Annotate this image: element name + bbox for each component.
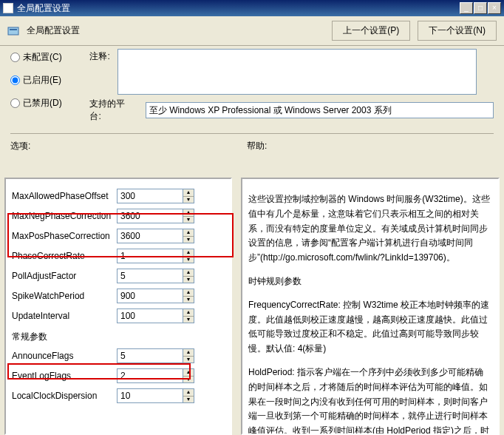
option-label: MaxNegPhaseCorrection [12,211,112,221]
toolbar-subtitle: 全局配置设置 [27,24,80,37]
help-text: FrequencyCorrectRate: 控制 W32time 校正本地时钟频… [248,298,492,357]
option-input[interactable] [117,388,183,403]
option-spinner-updateinterval[interactable]: ▲▼ [117,308,194,323]
spin-down-icon[interactable]: ▼ [183,397,194,403]
option-label: SpikeWatchPeriod [12,291,112,301]
comment-label: 注释: [89,50,109,95]
option-row: MaxNegPhaseCorrection ▲▼ [12,209,225,223]
option-label: AnnounceFlags [12,351,112,361]
gear-icon [7,25,21,37]
window-icon [3,3,13,13]
config-area: 未配置(C) 已启用(E) 已禁用(D) 注释: 支持的平台: 至少 Windo… [0,46,504,152]
option-spinner-maxnegphasecorrection[interactable]: ▲▼ [117,209,194,223]
spin-down-icon[interactable]: ▼ [183,197,194,203]
radio-not-configured-label: 未配置(C) [23,51,62,64]
svg-rect-1 [10,29,17,30]
spin-up-icon[interactable]: ▲ [183,389,194,397]
option-row: EventLogFlags ▲▼ [12,368,225,383]
toolbar: 全局配置设置 上一个设置(P) 下一个设置(N) [0,16,504,46]
option-row: UpdateInterval ▲▼ [12,308,225,323]
options-panel[interactable]: ... MaxAllowedPhaseOffset ▲▼ MaxNegPhase… [4,178,232,435]
close-button[interactable]: × [488,2,501,14]
option-row: AnnounceFlags ▲▼ [12,348,225,363]
spin-up-icon[interactable]: ▲ [183,209,194,217]
radio-disabled[interactable]: 已禁用(D) [10,97,72,109]
window-title: 全局配置设置 [17,2,460,15]
common-params-heading: 常规参数 [12,331,225,343]
option-row: LocalClockDispersion ▲▼ [12,388,225,403]
option-label: EventLogFlags [12,371,112,381]
spin-up-icon[interactable]: ▲ [183,309,194,317]
minimize-button[interactable]: _ [460,2,473,14]
spin-up-icon[interactable]: ▲ [183,349,194,357]
option-input[interactable] [117,249,183,263]
help-text: 时钟规则参数 [248,274,492,289]
option-spinner-localclockdispersion[interactable]: ▲▼ [117,388,194,403]
supported-platforms-box: 至少 Windows XP Professional 或 Windows Ser… [146,102,494,118]
option-spinner-announceflags[interactable]: ▲▼ [117,348,194,363]
spin-up-icon[interactable]: ▲ [183,189,194,197]
option-label: PollAdjustFactor [12,271,112,281]
titlebar: 全局配置设置 _ □ × [0,0,504,16]
help-panel[interactable]: 这些设置控制域控制器的 Windows 时间服务(W32time)。这些值中有几… [241,178,500,435]
option-label: LocalClockDispersion [12,391,112,401]
spin-up-icon[interactable]: ▲ [183,249,194,257]
option-input[interactable] [117,308,183,323]
option-label: PhaseCorrectRate [12,251,112,261]
option-label: MaxAllowedPhaseOffset [12,191,112,201]
svg-rect-0 [8,27,18,35]
spin-down-icon[interactable]: ▼ [183,357,194,363]
supported-platforms-text: 至少 Windows XP Professional 或 Windows Ser… [149,104,392,117]
spin-up-icon[interactable]: ▲ [183,229,194,237]
radio-not-configured[interactable]: 未配置(C) [10,51,72,64]
option-input[interactable] [117,368,183,383]
spin-up-icon[interactable]: ▲ [183,289,194,297]
spin-down-icon[interactable]: ▼ [183,237,194,243]
previous-setting-button[interactable]: 上一个设置(P) [332,21,410,41]
options-heading: 选项: [10,141,30,151]
supported-label: 支持的平台: [89,98,134,123]
help-text: 这些设置控制域控制器的 Windows 时间服务(W32time)。这些值中有几… [248,192,492,266]
option-spinner-phasecorrectrate[interactable]: ▲▼ [117,249,194,263]
option-input[interactable] [117,209,183,223]
option-spinner-spikewatchperiod[interactable]: ▲▼ [117,289,194,303]
radio-enabled-label: 已启用(E) [23,74,61,87]
separator [10,133,494,134]
spin-down-icon[interactable]: ▼ [183,297,194,303]
help-heading: 帮助: [247,141,267,151]
radio-disabled-label: 已禁用(D) [23,97,62,109]
option-row: PollAdjustFactor ▲▼ [12,269,225,283]
option-input[interactable] [117,229,183,243]
option-row: MaxAllowedPhaseOffset ▲▼ [12,189,225,203]
next-setting-button[interactable]: 下一个设置(N) [418,21,497,41]
option-spinner-maxallowedphaseoffset[interactable]: ▲▼ [117,189,194,203]
spin-down-icon[interactable]: ▼ [183,257,194,263]
spin-down-icon[interactable]: ▼ [183,277,194,283]
option-label: UpdateInterval [12,311,112,321]
spin-up-icon[interactable]: ▲ [183,269,194,277]
option-spinner-eventlogflags[interactable]: ▲▼ [117,368,194,383]
spin-up-icon[interactable]: ▲ [183,369,194,377]
radio-enabled[interactable]: 已启用(E) [10,74,72,87]
option-row: PhaseCorrectRate ▲▼ [12,249,225,263]
lower-panels: ... MaxAllowedPhaseOffset ▲▼ MaxNegPhase… [4,178,500,435]
maximize-button[interactable]: □ [474,2,487,14]
option-row: MaxPosPhaseCorrection ▲▼ [12,229,225,243]
option-spinner-maxposphasecorrection[interactable]: ▲▼ [117,229,194,243]
spin-down-icon[interactable]: ▼ [183,317,194,323]
option-label: MaxPosPhaseCorrection [12,231,112,241]
spin-down-icon[interactable]: ▼ [183,217,194,223]
option-input[interactable] [117,289,183,303]
comment-textarea[interactable] [118,49,477,95]
help-text: HoldPeriod: 指示客户端在一个序列中必须收到多少可能精确的时间样本之后… [248,365,492,435]
option-row: SpikeWatchPeriod ▲▼ [12,289,225,303]
option-input[interactable] [117,348,183,363]
option-input[interactable] [117,269,183,283]
option-input[interactable] [117,189,183,203]
option-spinner-polladjustfactor[interactable]: ▲▼ [117,269,194,283]
spin-down-icon[interactable]: ▼ [183,377,194,383]
